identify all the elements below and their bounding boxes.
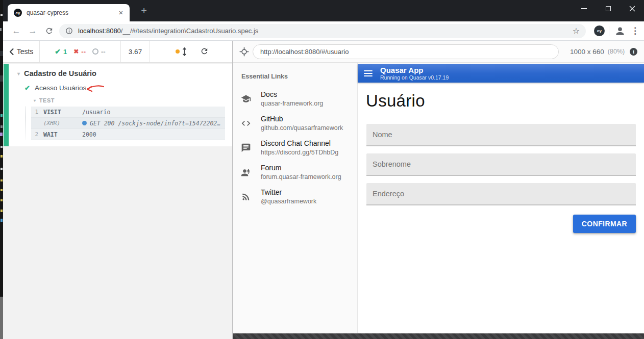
pending-circle-icon <box>92 48 98 55</box>
nome-input[interactable] <box>366 124 636 145</box>
command-name: (XHR) <box>43 120 82 126</box>
xhr-message-text: GET 200 /sockjs-node/info?t=1547220225… <box>90 120 221 127</box>
cypress-runner: Tests ✔1 ✖-- -- 3.67 <box>3 41 644 339</box>
suite-title: Cadastro de Usuário <box>24 69 96 77</box>
spinner-dot-icon <box>176 49 180 54</box>
test-stats: ✔1 ✖-- -- <box>40 41 121 62</box>
link-label: Discord Chat Channel <box>261 139 338 148</box>
command-number: 1 <box>31 109 43 115</box>
link-label: GitHub <box>261 115 343 123</box>
failed-x-icon: ✖ <box>73 48 79 55</box>
sobrenome-input[interactable] <box>366 153 636 175</box>
runner-striped-footer <box>233 333 644 339</box>
browser-titlebar: cy quasar-cypress × + <box>3 0 644 21</box>
hamburger-menu-icon[interactable] <box>364 69 373 78</box>
browser-menu-icon[interactable]: ⋮ <box>631 25 638 36</box>
link-label: Docs <box>261 90 323 99</box>
test-passed-check-icon: ✔ <box>24 84 30 92</box>
suite-block: ▾ Cadastro de Usuário ✔ Acesso Usuários … <box>4 64 232 146</box>
failed-count: -- <box>81 48 86 56</box>
page-title: Usuário <box>366 91 425 111</box>
suite-title-row[interactable]: ▾ Cadastro de Usuário <box>9 69 232 77</box>
close-icon <box>629 6 635 12</box>
link-text: Docs quasar-framework.org <box>261 90 323 108</box>
chevron-left-icon <box>9 48 14 55</box>
nome-field[interactable] <box>366 124 636 146</box>
chat-icon <box>241 139 261 157</box>
command-message: /usuario <box>82 109 225 116</box>
command-row-visit[interactable]: 1 VISIT /usuario <box>31 107 225 118</box>
url-path: /__/#/tests/integration\CadastroUsuario.… <box>121 27 259 35</box>
window-controls <box>572 0 644 17</box>
app-toolbar: http://localhost:8080/#/usuario 1000 x 6… <box>233 41 644 63</box>
endereco-field[interactable] <box>366 183 636 205</box>
maximize-button[interactable] <box>596 0 620 17</box>
confirm-button[interactable]: CONFIRMAR <box>573 215 636 233</box>
test-section-header[interactable]: ▾ TEST <box>34 97 232 103</box>
back-icon[interactable]: ← <box>8 26 24 36</box>
drawer-header: Essential Links <box>233 73 357 80</box>
tab-close-icon[interactable]: × <box>116 8 126 17</box>
url-text: localhost:8080/__/#/tests/integration\Ca… <box>78 27 568 35</box>
link-label: Twitter <box>261 188 316 197</box>
reporter-toolbar: Tests ✔1 ✖-- -- 3.67 <box>3 41 232 63</box>
browser-tab[interactable]: cy quasar-cypress × <box>8 4 130 21</box>
app-subtitle: Running on Quasar v0.17.19 <box>380 74 449 81</box>
toolbar-divider <box>609 26 609 36</box>
app-header-text: Quasar App Running on Quasar v0.17.19 <box>380 66 449 81</box>
app-url-field[interactable]: http://localhost:8080/#/usuario <box>253 44 559 59</box>
app-preview-pane: http://localhost:8080/#/usuario 1000 x 6… <box>233 41 644 339</box>
profile-avatar-icon[interactable] <box>614 25 626 37</box>
browser-navbar: ← → localhost:8080/__/#/tests/integratio… <box>3 21 644 41</box>
viewport-info-icon[interactable]: i <box>630 48 637 56</box>
link-sublabel: quasar-framework.org <box>261 100 323 108</box>
link-label: Forum <box>261 164 341 172</box>
command-row-wait[interactable]: 2 WAIT 2000 <box>31 129 225 140</box>
auto-scroll-icon[interactable] <box>182 47 187 58</box>
link-sublabel: @quasarframework <box>261 198 316 205</box>
bookmark-star-icon[interactable]: ☆ <box>573 26 580 36</box>
sobrenome-field[interactable] <box>366 153 636 176</box>
selector-playground-icon[interactable] <box>239 47 249 57</box>
link-sublabel: github.com/quasarframework <box>261 124 343 132</box>
duration-value: 3.67 <box>121 41 150 62</box>
close-button[interactable] <box>620 0 644 17</box>
page-info-icon[interactable] <box>65 27 73 35</box>
address-bar[interactable]: localhost:8080/__/#/tests/integration\Ca… <box>59 24 586 38</box>
link-item-docs[interactable]: Docs quasar-framework.org <box>233 87 357 111</box>
screenshot-root: cy quasar-cypress × + ← → <box>0 0 644 339</box>
failed-stat: ✖-- <box>73 48 86 56</box>
test-section-label: TEST <box>39 97 55 103</box>
command-message: 2000 <box>82 131 225 138</box>
app-iframe: Essential Links Docs quasar-framework.or… <box>233 63 644 333</box>
endereco-input[interactable] <box>366 183 636 204</box>
test-title-row[interactable]: ✔ Acesso Usuários <box>9 84 232 92</box>
forward-icon[interactable]: → <box>24 26 41 36</box>
link-item-github[interactable]: GitHub github.com/quasarframework <box>233 111 357 136</box>
app-drawer: Essential Links Docs quasar-framework.or… <box>233 63 358 333</box>
cypress-extension-icon[interactable]: cy <box>594 25 605 36</box>
command-row-xhr[interactable]: (XHR) GET 200 /sockjs-node/info?t=154722… <box>31 118 225 129</box>
link-text: Forum forum.quasar-framework.org <box>261 164 341 181</box>
restart-tests-icon[interactable] <box>200 47 209 58</box>
code-icon <box>241 115 261 132</box>
app-main: Quasar App Running on Quasar v0.17.19 Us… <box>358 63 644 333</box>
link-item-twitter[interactable]: Twitter @quasarframework <box>233 185 357 209</box>
new-tab-button[interactable]: + <box>137 5 151 17</box>
link-text: GitHub github.com/quasarframework <box>261 115 343 132</box>
back-to-tests-button[interactable]: Tests <box>3 41 40 62</box>
link-sublabel: forum.quasar-framework.org <box>261 173 341 181</box>
voice-icon <box>241 164 261 181</box>
reload-icon[interactable] <box>41 27 57 35</box>
passed-stat: ✔1 <box>55 47 67 56</box>
minimize-button[interactable] <box>572 0 596 17</box>
xhr-route-dot-icon <box>82 121 87 125</box>
browser-window: cy quasar-cypress × + ← → <box>3 0 644 339</box>
link-item-discord[interactable]: Discord Chat Channel https://discord.gg/… <box>233 136 357 160</box>
link-item-forum[interactable]: Forum forum.quasar-framework.org <box>233 160 357 185</box>
viewport-scale: (80%) <box>608 48 625 55</box>
test-title: Acesso Usuários <box>35 84 86 92</box>
minimize-icon <box>581 8 587 9</box>
command-name: WAIT <box>43 131 82 138</box>
tab-title: quasar-cypress <box>27 9 116 16</box>
